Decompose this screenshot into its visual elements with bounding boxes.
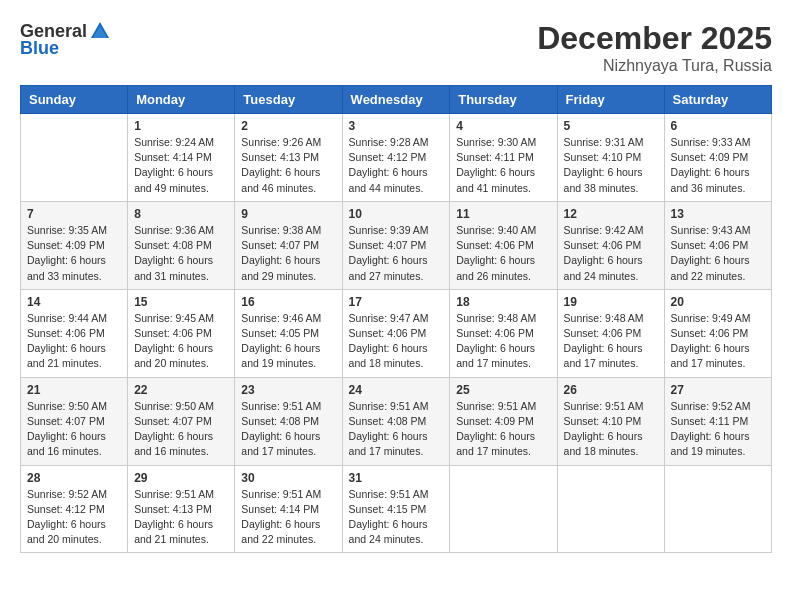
calendar-cell: 2Sunrise: 9:26 AM Sunset: 4:13 PM Daylig… — [235, 114, 342, 202]
calendar-cell: 11Sunrise: 9:40 AM Sunset: 4:06 PM Dayli… — [450, 201, 557, 289]
day-info: Sunrise: 9:39 AM Sunset: 4:07 PM Dayligh… — [349, 223, 444, 284]
week-row-3: 14Sunrise: 9:44 AM Sunset: 4:06 PM Dayli… — [21, 289, 772, 377]
day-info: Sunrise: 9:36 AM Sunset: 4:08 PM Dayligh… — [134, 223, 228, 284]
day-number: 4 — [456, 119, 550, 133]
logo-icon — [89, 20, 111, 42]
day-info: Sunrise: 9:45 AM Sunset: 4:06 PM Dayligh… — [134, 311, 228, 372]
calendar-cell: 15Sunrise: 9:45 AM Sunset: 4:06 PM Dayli… — [128, 289, 235, 377]
day-info: Sunrise: 9:52 AM Sunset: 4:11 PM Dayligh… — [671, 399, 765, 460]
logo: General Blue — [20, 20, 111, 59]
calendar-cell — [21, 114, 128, 202]
day-number: 9 — [241, 207, 335, 221]
week-row-1: 1Sunrise: 9:24 AM Sunset: 4:14 PM Daylig… — [21, 114, 772, 202]
week-row-5: 28Sunrise: 9:52 AM Sunset: 4:12 PM Dayli… — [21, 465, 772, 553]
weekday-header-wednesday: Wednesday — [342, 86, 450, 114]
day-number: 10 — [349, 207, 444, 221]
calendar-cell: 19Sunrise: 9:48 AM Sunset: 4:06 PM Dayli… — [557, 289, 664, 377]
day-info: Sunrise: 9:51 AM Sunset: 4:08 PM Dayligh… — [349, 399, 444, 460]
calendar-cell — [664, 465, 771, 553]
calendar-cell: 12Sunrise: 9:42 AM Sunset: 4:06 PM Dayli… — [557, 201, 664, 289]
calendar-cell: 17Sunrise: 9:47 AM Sunset: 4:06 PM Dayli… — [342, 289, 450, 377]
calendar-cell: 5Sunrise: 9:31 AM Sunset: 4:10 PM Daylig… — [557, 114, 664, 202]
calendar-cell: 22Sunrise: 9:50 AM Sunset: 4:07 PM Dayli… — [128, 377, 235, 465]
day-info: Sunrise: 9:33 AM Sunset: 4:09 PM Dayligh… — [671, 135, 765, 196]
calendar-cell: 13Sunrise: 9:43 AM Sunset: 4:06 PM Dayli… — [664, 201, 771, 289]
day-number: 16 — [241, 295, 335, 309]
day-number: 1 — [134, 119, 228, 133]
day-number: 13 — [671, 207, 765, 221]
day-info: Sunrise: 9:52 AM Sunset: 4:12 PM Dayligh… — [27, 487, 121, 548]
calendar-cell: 10Sunrise: 9:39 AM Sunset: 4:07 PM Dayli… — [342, 201, 450, 289]
calendar-cell: 16Sunrise: 9:46 AM Sunset: 4:05 PM Dayli… — [235, 289, 342, 377]
calendar-cell: 14Sunrise: 9:44 AM Sunset: 4:06 PM Dayli… — [21, 289, 128, 377]
day-info: Sunrise: 9:43 AM Sunset: 4:06 PM Dayligh… — [671, 223, 765, 284]
calendar-cell: 31Sunrise: 9:51 AM Sunset: 4:15 PM Dayli… — [342, 465, 450, 553]
weekday-header-thursday: Thursday — [450, 86, 557, 114]
day-info: Sunrise: 9:49 AM Sunset: 4:06 PM Dayligh… — [671, 311, 765, 372]
calendar-cell: 6Sunrise: 9:33 AM Sunset: 4:09 PM Daylig… — [664, 114, 771, 202]
calendar-cell: 8Sunrise: 9:36 AM Sunset: 4:08 PM Daylig… — [128, 201, 235, 289]
day-number: 30 — [241, 471, 335, 485]
day-number: 14 — [27, 295, 121, 309]
day-number: 20 — [671, 295, 765, 309]
day-number: 31 — [349, 471, 444, 485]
day-number: 24 — [349, 383, 444, 397]
day-info: Sunrise: 9:51 AM Sunset: 4:10 PM Dayligh… — [564, 399, 658, 460]
weekday-header-tuesday: Tuesday — [235, 86, 342, 114]
title-block: December 2025 Nizhnyaya Tura, Russia — [537, 20, 772, 75]
day-info: Sunrise: 9:42 AM Sunset: 4:06 PM Dayligh… — [564, 223, 658, 284]
logo-blue: Blue — [20, 38, 59, 59]
day-info: Sunrise: 9:46 AM Sunset: 4:05 PM Dayligh… — [241, 311, 335, 372]
calendar-cell: 3Sunrise: 9:28 AM Sunset: 4:12 PM Daylig… — [342, 114, 450, 202]
day-info: Sunrise: 9:50 AM Sunset: 4:07 PM Dayligh… — [27, 399, 121, 460]
day-info: Sunrise: 9:50 AM Sunset: 4:07 PM Dayligh… — [134, 399, 228, 460]
calendar-cell: 25Sunrise: 9:51 AM Sunset: 4:09 PM Dayli… — [450, 377, 557, 465]
day-info: Sunrise: 9:24 AM Sunset: 4:14 PM Dayligh… — [134, 135, 228, 196]
weekday-header-saturday: Saturday — [664, 86, 771, 114]
day-number: 25 — [456, 383, 550, 397]
day-number: 11 — [456, 207, 550, 221]
day-info: Sunrise: 9:48 AM Sunset: 4:06 PM Dayligh… — [564, 311, 658, 372]
week-row-2: 7Sunrise: 9:35 AM Sunset: 4:09 PM Daylig… — [21, 201, 772, 289]
day-info: Sunrise: 9:48 AM Sunset: 4:06 PM Dayligh… — [456, 311, 550, 372]
calendar-cell: 21Sunrise: 9:50 AM Sunset: 4:07 PM Dayli… — [21, 377, 128, 465]
day-number: 12 — [564, 207, 658, 221]
day-info: Sunrise: 9:51 AM Sunset: 4:15 PM Dayligh… — [349, 487, 444, 548]
calendar-cell: 18Sunrise: 9:48 AM Sunset: 4:06 PM Dayli… — [450, 289, 557, 377]
month-title: December 2025 — [537, 20, 772, 57]
day-number: 27 — [671, 383, 765, 397]
day-info: Sunrise: 9:31 AM Sunset: 4:10 PM Dayligh… — [564, 135, 658, 196]
day-number: 7 — [27, 207, 121, 221]
day-number: 5 — [564, 119, 658, 133]
week-row-4: 21Sunrise: 9:50 AM Sunset: 4:07 PM Dayli… — [21, 377, 772, 465]
calendar-cell: 7Sunrise: 9:35 AM Sunset: 4:09 PM Daylig… — [21, 201, 128, 289]
calendar-cell: 30Sunrise: 9:51 AM Sunset: 4:14 PM Dayli… — [235, 465, 342, 553]
calendar-table: SundayMondayTuesdayWednesdayThursdayFrid… — [20, 85, 772, 553]
day-number: 23 — [241, 383, 335, 397]
day-info: Sunrise: 9:44 AM Sunset: 4:06 PM Dayligh… — [27, 311, 121, 372]
calendar-cell: 20Sunrise: 9:49 AM Sunset: 4:06 PM Dayli… — [664, 289, 771, 377]
calendar-cell: 26Sunrise: 9:51 AM Sunset: 4:10 PM Dayli… — [557, 377, 664, 465]
day-number: 29 — [134, 471, 228, 485]
calendar-cell: 24Sunrise: 9:51 AM Sunset: 4:08 PM Dayli… — [342, 377, 450, 465]
weekday-header-monday: Monday — [128, 86, 235, 114]
weekday-header-friday: Friday — [557, 86, 664, 114]
calendar-cell: 4Sunrise: 9:30 AM Sunset: 4:11 PM Daylig… — [450, 114, 557, 202]
day-number: 15 — [134, 295, 228, 309]
day-info: Sunrise: 9:51 AM Sunset: 4:09 PM Dayligh… — [456, 399, 550, 460]
day-number: 8 — [134, 207, 228, 221]
calendar-cell — [450, 465, 557, 553]
calendar-cell: 28Sunrise: 9:52 AM Sunset: 4:12 PM Dayli… — [21, 465, 128, 553]
day-number: 26 — [564, 383, 658, 397]
day-number: 6 — [671, 119, 765, 133]
day-number: 21 — [27, 383, 121, 397]
day-info: Sunrise: 9:30 AM Sunset: 4:11 PM Dayligh… — [456, 135, 550, 196]
day-info: Sunrise: 9:35 AM Sunset: 4:09 PM Dayligh… — [27, 223, 121, 284]
day-info: Sunrise: 9:28 AM Sunset: 4:12 PM Dayligh… — [349, 135, 444, 196]
day-info: Sunrise: 9:26 AM Sunset: 4:13 PM Dayligh… — [241, 135, 335, 196]
weekday-header-sunday: Sunday — [21, 86, 128, 114]
day-number: 22 — [134, 383, 228, 397]
page-header: General Blue December 2025 Nizhnyaya Tur… — [20, 20, 772, 75]
day-info: Sunrise: 9:51 AM Sunset: 4:08 PM Dayligh… — [241, 399, 335, 460]
day-number: 19 — [564, 295, 658, 309]
